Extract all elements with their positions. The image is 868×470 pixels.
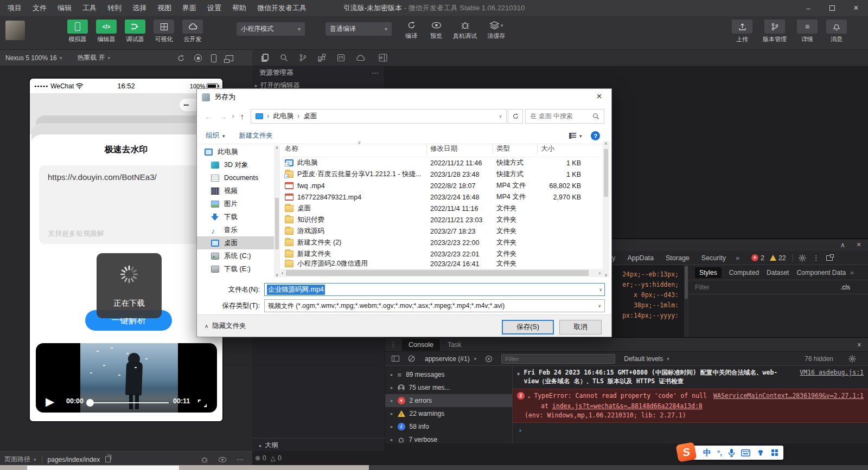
simulator-button[interactable]: 模拟器 <box>65 20 90 43</box>
maximize-button[interactable] <box>820 0 844 16</box>
search-input[interactable] <box>530 112 587 120</box>
minimize-button[interactable]: – <box>796 0 820 16</box>
device-frame-icon[interactable] <box>211 54 216 62</box>
file-row-clipped[interactable]: 小程序源码2.0微信通用 2023/2/24 16:41 文件夹 <box>282 260 603 268</box>
video-player[interactable]: ▶ 00:00 00:11 <box>36 343 217 413</box>
close-button[interactable]: × <box>844 0 868 16</box>
more-subtabs-icon[interactable]: » <box>850 269 854 276</box>
vertical-scrollbar[interactable]: ∧ ∨ <box>603 141 609 278</box>
nav-back-icon[interactable]: ← <box>205 112 213 121</box>
tab-console[interactable]: Console <box>402 339 440 351</box>
devtools-menu-icon[interactable]: ⋮ <box>813 254 820 262</box>
more-icon[interactable]: ⋯ <box>237 455 244 463</box>
organize-button[interactable]: 组织 ▾ <box>206 131 225 140</box>
menu-edit[interactable]: 编辑 <box>52 0 77 16</box>
play-icon[interactable]: ▶ <box>46 395 54 408</box>
menu-view[interactable]: 视图 <box>152 0 177 16</box>
upload-button[interactable]: 上传 <box>731 20 753 43</box>
subtab-component-data[interactable]: Component Data <box>796 269 846 276</box>
group-messages[interactable]: ▸ ≡ 89 messages <box>385 368 512 381</box>
address-dropdown-icon[interactable]: ∨ <box>499 114 502 119</box>
toolbox-icon[interactable] <box>771 449 778 456</box>
debug-page-icon[interactable] <box>201 456 208 463</box>
cancel-button[interactable]: 取消 <box>559 320 602 334</box>
sidebar-item-documents[interactable]: Documents <box>197 171 274 184</box>
log-source-link[interactable]: VM16 asdebug.js:1 <box>800 368 864 377</box>
menu-project[interactable]: 项目 <box>2 0 27 16</box>
subtab-dataset[interactable]: Dataset <box>767 269 789 276</box>
context-select[interactable]: appservice (#1) ▾ <box>425 355 476 363</box>
collapse-log-icon[interactable]: ▼ <box>517 370 520 385</box>
sogou-input-bar[interactable]: S 中 °, <box>681 446 783 460</box>
group-user-messages[interactable]: ▸ 75 user mes... <box>385 381 512 394</box>
source-control-icon[interactable] <box>299 54 307 62</box>
collapse-sidebar-icon[interactable] <box>379 54 387 62</box>
sidebar-item-pictures[interactable]: 图片 <box>197 197 274 210</box>
voice-input-icon[interactable] <box>728 448 735 457</box>
sidebar-item-videos[interactable]: 视频 <box>197 184 274 197</box>
expand-icon[interactable]: ▸ <box>255 83 258 88</box>
scroll-down-icon[interactable]: ∨ <box>603 273 609 278</box>
file-row[interactable]: 游戏源码 2023/2/7 18:23 文件夹 <box>282 226 603 237</box>
debugger-button[interactable]: 调试器 <box>123 20 148 43</box>
file-row[interactable]: 新建文件夹 2023/2/23 22:01 文件夹 <box>282 248 603 260</box>
soft-keyboard-icon[interactable] <box>741 449 750 456</box>
file-row[interactable]: ↗P歪皮·百度云批量分享V1.2212.1 - 快捷... 2023/1/28 … <box>282 169 603 180</box>
menu-select[interactable]: 选择 <box>127 0 152 16</box>
file-row[interactable]: ↗此电脑 2022/11/12 11:46 快捷方式 1 KB <box>282 157 603 169</box>
refresh-button[interactable] <box>508 109 523 124</box>
devtools-settings-gear-icon[interactable] <box>799 254 806 262</box>
address-bar[interactable]: › 此电脑 › 桌面 ∨ <box>251 109 507 124</box>
save-button[interactable]: 保存(S) <box>502 320 554 334</box>
group-errors[interactable]: ▸ × 2 errors <box>385 394 512 407</box>
group-verbose[interactable]: ▸ 7 verbose <box>385 433 512 446</box>
column-header-name[interactable]: 名称 <box>282 144 427 153</box>
copy-path-icon[interactable] <box>105 456 111 462</box>
tab-storage[interactable]: Storage <box>666 254 690 262</box>
scroll-up-icon[interactable]: ∧ <box>603 141 609 146</box>
messages-button[interactable]: 消息 <box>826 20 847 43</box>
visualize-button[interactable]: 可视化 <box>151 20 176 43</box>
punctuation-mode-icon[interactable]: °, <box>717 449 722 457</box>
nav-up-icon[interactable]: ↑ <box>240 112 245 121</box>
tab-task[interactable]: Task <box>448 341 462 349</box>
stop-record-icon[interactable] <box>194 54 202 62</box>
cls-button[interactable]: .cls <box>840 284 850 291</box>
menu-goto[interactable]: 转到 <box>102 0 127 16</box>
search-box[interactable] <box>525 109 604 124</box>
console-filter-input[interactable] <box>501 354 615 364</box>
log-row[interactable]: ▼ Fri Feb 24 2023 16:46:15 GMT+0800 (中国标… <box>513 366 868 387</box>
error-at-link[interactable]: index.js?t=wechat&s=…88148d66a2284a13d:8 <box>552 402 703 410</box>
more-actions-icon[interactable]: ⋯ <box>372 69 379 77</box>
new-folder-button[interactable]: 新建文件夹 <box>239 131 273 140</box>
compile-button[interactable]: 编译 <box>400 21 422 40</box>
undock-icon[interactable] <box>826 255 833 261</box>
more-tabs-icon[interactable]: » <box>736 254 739 262</box>
sogou-logo[interactable]: S <box>675 442 697 462</box>
column-header-size[interactable]: 大小 <box>538 144 586 153</box>
menu-interface[interactable]: 界面 <box>177 0 202 16</box>
menu-file[interactable]: 文件 <box>27 0 52 16</box>
expand-error-icon[interactable]: ▸ <box>528 392 531 402</box>
editor-button[interactable]: </> 编辑器 <box>94 20 119 43</box>
real-device-debug-button[interactable]: 真机调试 <box>450 21 480 40</box>
clear-console-icon[interactable] <box>408 355 415 362</box>
compile-mode-select[interactable]: 普通编译 ▾ <box>326 22 392 36</box>
scroll-up-icon[interactable]: ∧ <box>274 145 280 150</box>
sidebar-item-desktop[interactable]: 桌面 <box>197 236 274 249</box>
avatar[interactable] <box>5 21 25 40</box>
sidebar-item-download-e[interactable]: 下载 (E:) <box>197 262 274 275</box>
device-select[interactable]: Nexus 5 100% 16 ▾ <box>0 54 62 62</box>
column-header-date[interactable]: 修改日期 <box>427 144 493 153</box>
search-icon[interactable] <box>280 54 288 62</box>
group-warnings[interactable]: ▸ ! 22 warnings <box>385 407 512 420</box>
details-button[interactable]: ≡ 详情 <box>796 20 818 43</box>
help-button[interactable]: »? <box>591 131 600 140</box>
version-manage-button[interactable]: 版本管理 <box>761 20 789 43</box>
dialog-close-button[interactable]: × <box>587 89 611 104</box>
console-eye-icon[interactable] <box>485 355 493 363</box>
cloud-dev-button[interactable]: 云开发 <box>180 20 205 43</box>
subtab-computed[interactable]: Computed <box>729 269 759 276</box>
console-prompt-icon[interactable]: › <box>518 426 522 434</box>
panel-menu-icon[interactable]: ⋮ <box>390 340 397 349</box>
